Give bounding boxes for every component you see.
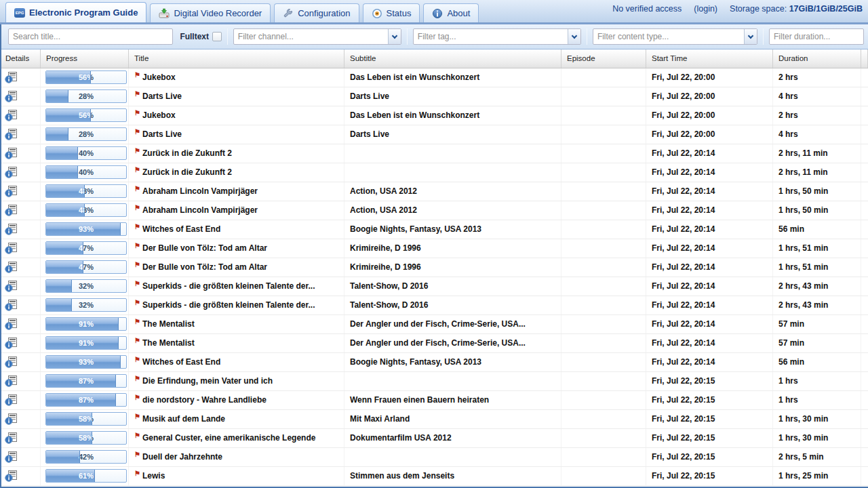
details-info-icon[interactable]: [5, 91, 18, 102]
duration-cell: 2 hrs, 11 min: [773, 144, 861, 163]
epg-row[interactable]: 47% 47% ⚑Der Bulle von Tölz: Tod am Alta…: [0, 239, 868, 258]
filler-cell: [861, 68, 868, 87]
epg-row[interactable]: 48% 48% ⚑Abraham Lincoln Vampirjäger Act…: [0, 201, 868, 220]
progress-bar: 61% 61%: [45, 469, 127, 483]
details-info-icon[interactable]: [5, 470, 18, 482]
subtitle-cell: Dokumentarfilm USA 2012: [344, 429, 561, 447]
login-link[interactable]: (login): [694, 4, 717, 14]
progress-cell: 32% 32%: [41, 296, 129, 314]
epg-row[interactable]: 58% 58% ⚑General Custer, eine amerikanis…: [0, 429, 868, 448]
details-info-icon[interactable]: [5, 110, 18, 121]
channel-dropdown-trigger[interactable]: [388, 29, 401, 44]
progress-bar-fill: 61%: [46, 470, 95, 482]
column-header-episode[interactable]: Episode: [561, 49, 646, 68]
progress-percent-label-overlay: 91%: [46, 318, 119, 330]
epg-row[interactable]: 56% 56% ⚑Jukebox Das Leben ist ein Wunsc…: [0, 106, 868, 125]
details-cell: [0, 182, 41, 201]
tab-configuration[interactable]: Configuration: [274, 3, 359, 22]
details-info-icon[interactable]: [5, 205, 18, 216]
title-cell: ⚑Jukebox: [129, 106, 344, 125]
scheduled-flag-icon: ⚑: [134, 201, 140, 217]
epg-row[interactable]: 58% 58% ⚑Musik auf dem Lande Mit Maxi Ar…: [0, 410, 868, 429]
progress-bar: 93% 93%: [45, 222, 127, 236]
content-type-dropdown-trigger[interactable]: [744, 29, 757, 44]
epg-row[interactable]: 93% 93% ⚑Witches of East End Boogie Nigh…: [0, 220, 868, 239]
details-info-icon[interactable]: [5, 186, 18, 197]
column-header-start-time[interactable]: Start Time: [646, 49, 773, 68]
epg-row[interactable]: 87% 87% ⚑die nordstory - Wahre Landliebe…: [0, 391, 868, 410]
toolbar-separator: [763, 28, 764, 45]
column-header-subtitle[interactable]: Subtitle: [344, 49, 561, 68]
column-header-duration[interactable]: Duration: [773, 49, 861, 68]
subtitle-cell: Mit Maxi Arland: [344, 410, 561, 428]
details-info-icon[interactable]: [5, 262, 18, 273]
progress-bar: 48% 48%: [45, 184, 127, 198]
epg-row[interactable]: 91% 91% ⚑The Mentalist Der Angler und de…: [0, 315, 868, 334]
details-cell: [0, 296, 41, 314]
details-cell: [0, 258, 41, 277]
progress-bar-fill: 56%: [46, 109, 91, 121]
duration-cell: 2 hrs: [773, 68, 861, 87]
start-time-cell: Fri, Jul 22, 20:15: [646, 448, 773, 466]
duration-cell: 2 hrs, 43 min: [773, 277, 861, 296]
column-header-title[interactable]: Title: [129, 49, 344, 68]
tag-dropdown-trigger[interactable]: [568, 29, 580, 44]
duration-cell: 2 hrs, 5 min: [773, 448, 861, 466]
details-info-icon[interactable]: [5, 243, 18, 254]
grid-header: Details Progress Title Subtitle Episode …: [0, 49, 868, 68]
details-info-icon[interactable]: [5, 224, 18, 235]
progress-bar: 32% 32%: [45, 298, 127, 312]
subtitle-cell: Boogie Nights, Fantasy, USA 2013: [344, 353, 561, 371]
details-info-icon[interactable]: [5, 451, 18, 463]
epg-row[interactable]: 47% 47% ⚑Der Bulle von Tölz: Tod am Alta…: [0, 258, 868, 277]
tab-about[interactable]: About: [423, 3, 479, 22]
details-info-icon[interactable]: [5, 432, 18, 444]
epg-row[interactable]: 32% 32% ⚑Superkids - die größten kleinen…: [0, 277, 868, 296]
details-info-icon[interactable]: [5, 300, 18, 311]
fulltext-checkbox[interactable]: [212, 32, 222, 41]
progress-bar: 28% 28%: [45, 89, 127, 103]
tab-status[interactable]: Status: [363, 3, 420, 22]
column-header-details[interactable]: Details: [0, 49, 41, 68]
details-info-icon[interactable]: [5, 338, 18, 349]
epg-row[interactable]: 42% 42% ⚑Duell der Jahrzehnte Fri, Jul 2…: [0, 448, 868, 467]
column-header-progress[interactable]: Progress: [41, 49, 129, 68]
programme-title: Der Bulle von Tölz: Tod am Altar: [142, 262, 267, 272]
search-title-input[interactable]: [8, 28, 173, 45]
tab-digital-video-recorder[interactable]: Digital Video Recorder: [150, 3, 271, 22]
epg-row[interactable]: 93% 93% ⚑Witches of East End Boogie Nigh…: [0, 353, 868, 372]
epg-row[interactable]: 40% 40% ⚑Zurück in die Zukunft 2 Fri, Ju…: [0, 144, 868, 163]
details-info-icon[interactable]: [5, 357, 18, 368]
progress-percent-label-overlay: 48%: [46, 185, 85, 197]
details-info-icon[interactable]: [5, 319, 18, 330]
scheduled-flag-icon: ⚑: [134, 448, 140, 464]
title-cell: ⚑Darts Live: [129, 125, 344, 144]
epg-row[interactable]: 28% 28% ⚑Darts Live Darts Live Fri, Jul …: [0, 87, 868, 106]
filter-channel-input[interactable]: [234, 29, 391, 44]
epg-row[interactable]: 91% 91% ⚑The Mentalist Der Angler und de…: [0, 334, 868, 353]
details-info-icon[interactable]: [5, 72, 18, 83]
details-info-icon[interactable]: [5, 413, 18, 425]
details-info-icon[interactable]: [5, 167, 18, 178]
start-time-cell: Fri, Jul 22, 20:14: [646, 144, 773, 163]
details-info-icon[interactable]: [5, 148, 18, 159]
filter-tag-input[interactable]: [414, 29, 571, 44]
details-info-icon[interactable]: [5, 375, 18, 387]
details-info-icon[interactable]: [5, 394, 18, 406]
epg-row[interactable]: 28% 28% ⚑Darts Live Darts Live Fri, Jul …: [0, 125, 868, 144]
epg-row[interactable]: 87% 87% ⚑Die Erfindung, mein Vater und i…: [0, 372, 868, 391]
details-info-icon[interactable]: [5, 129, 18, 140]
epg-row[interactable]: 32% 32% ⚑Superkids - die größten kleinen…: [0, 296, 868, 315]
details-info-icon[interactable]: [5, 281, 18, 292]
epg-row[interactable]: 61% 61% ⚑Lewis Stimmen aus dem Jenseits …: [0, 467, 868, 486]
epg-row[interactable]: 56% 56% ⚑Jukebox Das Leben ist ein Wunsc…: [0, 68, 868, 87]
epg-row[interactable]: 40% 40% ⚑Zurück in die Zukunft 2 Fri, Ju…: [0, 163, 868, 182]
filter-duration-input[interactable]: [769, 28, 864, 45]
programme-title: Abraham Lincoln Vampirjäger: [142, 186, 258, 196]
filter-content-type-input[interactable]: [593, 29, 747, 44]
progress-bar-fill: 28%: [46, 128, 68, 140]
duration-cell: 1 hrs, 50 min: [773, 201, 861, 220]
epg-row[interactable]: 48% 48% ⚑Abraham Lincoln Vampirjäger Act…: [0, 182, 868, 201]
filler-cell: [861, 239, 868, 258]
tab-electronic-program-guide[interactable]: EPG Electronic Program Guide: [5, 2, 146, 22]
